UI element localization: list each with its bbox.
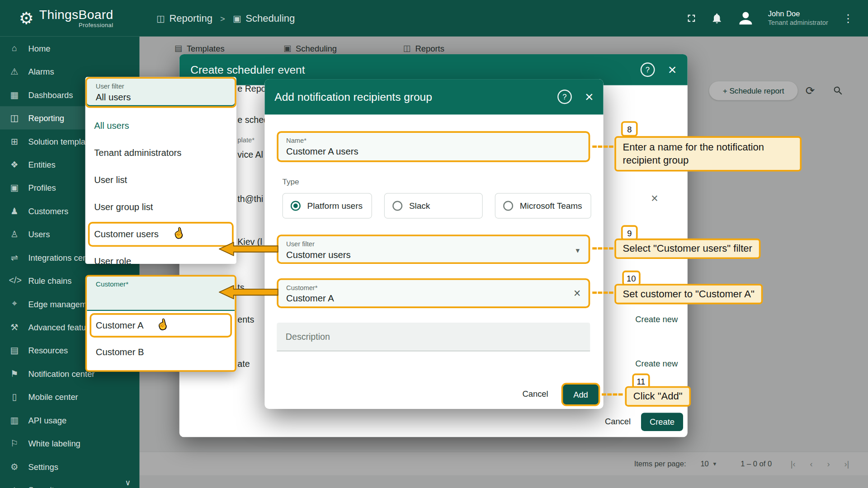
form-fragment: plate* — [237, 136, 265, 144]
reporting-icon: ◫ — [9, 113, 20, 123]
annotation-arrow-user-filter — [217, 241, 279, 258]
fullscreen-icon[interactable] — [685, 12, 698, 25]
name-field-value: Customer A users — [286, 146, 580, 156]
breadcrumb-reporting[interactable]: ◫ Reporting — [156, 13, 212, 24]
option-user-role[interactable]: User role — [85, 248, 236, 264]
breadcrumb-scheduling-label: Scheduling — [245, 13, 295, 24]
radio-unselected-icon — [392, 201, 402, 211]
security-icon: ◆ — [9, 484, 20, 488]
clear-customer-icon[interactable]: × — [574, 286, 581, 300]
mouse-cursor-icon: ☝ — [156, 318, 170, 332]
customer-trigger-label: Customer* — [96, 281, 226, 288]
radio-microsoft-teams[interactable]: Microsoft Teams — [495, 193, 591, 218]
resources-icon: ▤ — [9, 345, 20, 355]
step-callout-11: Click "Add" — [625, 386, 690, 407]
scheduling-icon: ▣ — [233, 13, 241, 23]
option-customer-a[interactable]: Customer A ☝ — [87, 312, 235, 339]
home-icon: ⌂ — [9, 43, 20, 53]
user-filter-label: User filter — [286, 240, 580, 248]
customer-field-value: Customer A — [286, 293, 580, 304]
name-field[interactable]: Name* Customer A users — [277, 131, 590, 162]
create-new-button[interactable]: Create new — [614, 314, 688, 324]
type-options: Platform users Slack Microsoft Teams — [282, 193, 591, 218]
sidebar-item-api-usage[interactable]: ▥API usage — [0, 408, 140, 432]
dialog-header: Add notification recipients group ? × — [264, 79, 603, 114]
customer-trigger-field[interactable]: Customer* — [87, 277, 235, 311]
radio-platform-users[interactable]: Platform users — [282, 193, 372, 218]
breadcrumb-scheduling[interactable]: ▣ Scheduling — [233, 13, 295, 24]
user-filter-dropdown-panel: User filter All users All users Tenant a… — [85, 77, 236, 264]
customer-field[interactable]: Customer* Customer A × — [277, 278, 590, 308]
reporting-icon: ◫ — [156, 13, 165, 23]
close-icon[interactable]: × — [585, 89, 594, 104]
rule-chains-icon: </> — [9, 276, 20, 286]
customers-icon: ♟ — [9, 206, 20, 216]
user-filter-value: Customer users — [286, 249, 580, 260]
form-fragment: e sched — [237, 115, 265, 125]
mobile-center-icon: ▯ — [9, 391, 20, 402]
name-field-label: Name* — [286, 136, 580, 144]
form-fragment: vice Al — [237, 150, 265, 160]
form-fragment: e Repo — [237, 84, 265, 94]
radio-slack[interactable]: Slack — [384, 193, 483, 218]
option-user-list[interactable]: User list — [85, 167, 236, 194]
breadcrumb-reporting-label: Reporting — [169, 13, 212, 24]
notification-center-icon: ⚑ — [9, 368, 20, 379]
description-field[interactable]: Description — [277, 323, 590, 352]
help-icon[interactable]: ? — [641, 62, 655, 77]
option-all-users[interactable]: All users — [85, 113, 236, 140]
option-customer-users[interactable]: Customer users ☝ — [85, 221, 236, 248]
option-tenant-administrators[interactable]: Tenant administrators — [85, 140, 236, 167]
breadcrumb-separator: > — [220, 14, 225, 23]
user-role: Tenant administrator — [768, 19, 828, 27]
sidebar-item-white-labeling[interactable]: ⚐White labeling — [0, 432, 140, 455]
settings-icon: ⚙ — [9, 461, 20, 472]
app-edition: Professional — [79, 22, 113, 28]
sidebar-item-security[interactable]: ◆Security — [0, 478, 140, 488]
profiles-icon: ▣ — [9, 182, 20, 192]
app-logo: ⚙ ThingsBoard Professional — [19, 9, 113, 28]
option-customer-b[interactable]: Customer B — [87, 338, 235, 365]
sidebar-item-settings[interactable]: ⚙Settings — [0, 455, 140, 478]
sidebar-item-home[interactable]: ⌂Home — [0, 37, 140, 60]
user-avatar[interactable] — [736, 8, 756, 28]
step-callout-8: Enter a name for the notification recipi… — [614, 136, 802, 171]
step-callout-10: Set customer to "Customer A" — [614, 284, 763, 304]
sidebar-item-mobile-center[interactable]: ▯Mobile center — [0, 385, 140, 408]
sidebar-scroll-down-icon[interactable]: ∨ — [125, 478, 131, 487]
dashboards-icon: ▦ — [9, 89, 20, 100]
add-button[interactable]: Add — [563, 385, 598, 404]
entities-icon: ❖ — [9, 159, 20, 169]
customer-field-label: Customer* — [286, 284, 580, 291]
help-icon[interactable]: ? — [557, 89, 572, 104]
annotation-connector — [592, 145, 613, 148]
integrations-icon: ⇌ — [9, 252, 20, 263]
annotation-arrow-customer — [217, 284, 279, 300]
user-filter-trigger-field[interactable]: User filter All users — [85, 77, 236, 108]
white-labeling-icon: ⚐ — [9, 438, 20, 448]
description-placeholder: Description — [286, 332, 330, 342]
radio-selected-icon — [291, 201, 301, 211]
customer-dropdown-panel: Customer* Customer A ☝ Customer B — [85, 275, 236, 372]
dialog-title: Add notification recipients group — [274, 90, 557, 103]
clear-field-icon[interactable]: × — [651, 192, 658, 206]
user-filter-trigger-value: All users — [96, 92, 226, 102]
user-info: John Doe Tenant administrator — [768, 9, 828, 27]
more-menu-icon[interactable]: ⋮ — [840, 12, 856, 25]
cancel-button[interactable]: Cancel — [596, 417, 640, 426]
create-new-button[interactable]: Create new — [614, 358, 688, 368]
dropdown-caret-icon[interactable]: ▾ — [576, 246, 580, 255]
create-button[interactable]: Create — [641, 413, 683, 431]
option-user-group-list[interactable]: User group list — [85, 194, 236, 221]
api-usage-icon: ▥ — [9, 415, 20, 425]
step-badge-8: 8 — [621, 121, 638, 136]
cancel-button[interactable]: Cancel — [513, 389, 557, 399]
mouse-cursor-icon: ☝ — [172, 226, 186, 240]
annotation-connector — [602, 394, 623, 396]
notifications-bell-icon[interactable] — [710, 12, 723, 25]
close-icon[interactable]: × — [668, 62, 677, 77]
form-fragment: ate — [237, 359, 265, 369]
create-scheduler-event-title: Create scheduler event — [190, 63, 640, 76]
user-filter-field[interactable]: User filter Customer users ▾ — [277, 235, 590, 264]
type-label: Type — [282, 177, 299, 186]
